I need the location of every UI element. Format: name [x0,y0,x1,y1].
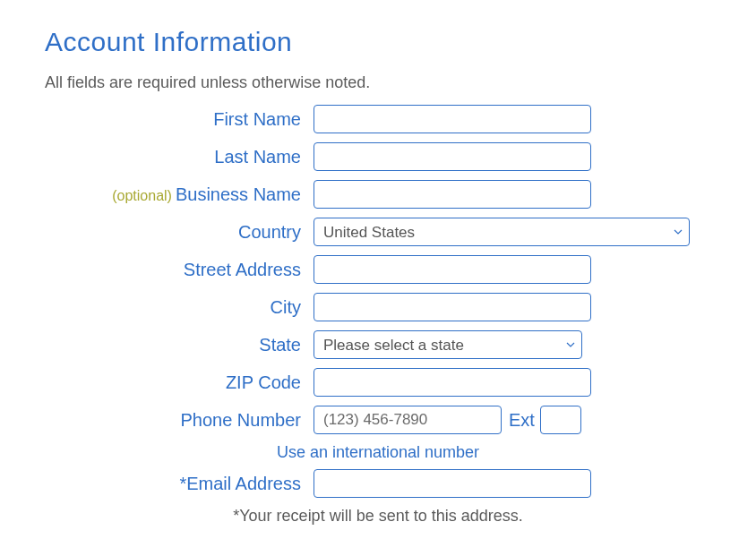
street-input[interactable] [314,255,591,284]
international-number-link[interactable]: Use an international number [277,443,479,461]
country-select[interactable]: United States [314,218,690,246]
ext-input[interactable] [540,406,581,434]
country-label: Country [45,222,314,243]
receipt-note: *Your receipt will be sent to this addre… [233,507,523,525]
state-select[interactable]: Please select a state [314,330,582,359]
phone-label: Phone Number [45,410,314,431]
account-form: First Name Last Name (optional)Business … [45,105,711,526]
ext-label: Ext [509,410,535,431]
section-title: Account Information [45,27,711,57]
zip-input[interactable] [314,368,591,397]
email-label: *Email Address [45,474,314,494]
business-name-label-text: Business Name [176,184,301,204]
city-label: City [45,297,314,318]
first-name-label: First Name [45,109,314,130]
zip-label: ZIP Code [45,372,314,393]
state-label: State [45,335,314,355]
email-input[interactable] [314,469,591,498]
optional-tag: (optional) [112,188,172,203]
street-label: Street Address [45,260,314,280]
phone-input[interactable] [314,406,502,434]
city-input[interactable] [314,293,591,321]
business-name-input[interactable] [314,180,591,209]
first-name-input[interactable] [314,105,591,133]
last-name-input[interactable] [314,142,591,171]
business-name-label: (optional)Business Name [45,184,314,205]
last-name-label: Last Name [45,147,314,167]
section-subtitle: All fields are required unless otherwise… [45,73,711,92]
